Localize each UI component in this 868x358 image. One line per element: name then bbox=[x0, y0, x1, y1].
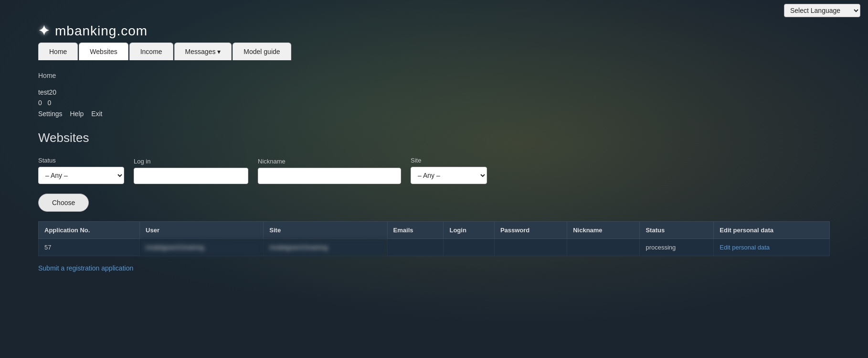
status-label: Status bbox=[38, 157, 124, 164]
filter-form: Status – Any – Active Inactive Processin… bbox=[38, 157, 830, 184]
exit-link[interactable]: Exit bbox=[91, 110, 102, 118]
nav-link-home[interactable]: Home bbox=[38, 43, 78, 60]
col-edit: Edit personal data bbox=[714, 222, 830, 239]
col-application-no: Application No. bbox=[39, 222, 140, 239]
site-label: Site bbox=[411, 157, 487, 164]
nav-item-messages[interactable]: Messages bbox=[174, 43, 233, 60]
nickname-filter-group: Nickname bbox=[258, 158, 401, 184]
edit-personal-data-link[interactable]: Edit personal data bbox=[720, 244, 770, 251]
col-user: User bbox=[140, 222, 264, 239]
cell-application-no: 57 bbox=[39, 239, 140, 256]
col-status: Status bbox=[640, 222, 714, 239]
login-input[interactable] bbox=[134, 168, 248, 184]
user-links: Settings Help Exit bbox=[38, 108, 830, 119]
col-nickname: Nickname bbox=[567, 222, 640, 239]
balance2: 0 bbox=[47, 99, 51, 107]
header: ✦ mbanking.com bbox=[0, 21, 868, 43]
main-content: Websites Status – Any – Active Inactive … bbox=[0, 123, 868, 280]
cell-site: modelgram21training bbox=[264, 239, 387, 256]
language-select[interactable]: Select Language English Spanish French bbox=[784, 4, 860, 17]
nickname-input[interactable] bbox=[258, 168, 401, 184]
logo-text: mbanking.com bbox=[55, 23, 148, 39]
user-info: test20 0 0 Settings Help Exit bbox=[0, 83, 868, 123]
settings-link[interactable]: Settings bbox=[38, 110, 63, 118]
main-nav: Home Websites Income Messages Model guid… bbox=[0, 43, 868, 60]
cell-emails bbox=[387, 239, 444, 256]
nav-link-messages[interactable]: Messages bbox=[174, 43, 232, 60]
cell-login bbox=[444, 239, 494, 256]
logo: ✦ mbanking.com bbox=[38, 23, 148, 39]
submit-link-container: Submit a registration application bbox=[38, 264, 830, 272]
nav-item-websites[interactable]: Websites bbox=[79, 43, 129, 60]
balances: 0 0 bbox=[38, 98, 830, 108]
nav-item-model-guide[interactable]: Model guide bbox=[233, 43, 292, 60]
col-emails: Emails bbox=[387, 222, 444, 239]
site-filter-group: Site – Any – bbox=[411, 157, 487, 184]
nav-link-income[interactable]: Income bbox=[129, 43, 173, 60]
site-select[interactable]: – Any – bbox=[411, 167, 487, 184]
login-label: Log in bbox=[134, 158, 248, 165]
nav-link-model-guide[interactable]: Model guide bbox=[233, 43, 291, 60]
col-login: Login bbox=[444, 222, 494, 239]
status-select[interactable]: – Any – Active Inactive Processing bbox=[38, 167, 124, 184]
help-link[interactable]: Help bbox=[70, 110, 84, 118]
nav-item-income[interactable]: Income bbox=[129, 43, 174, 60]
status-filter-group: Status – Any – Active Inactive Processin… bbox=[38, 157, 124, 184]
balance1: 0 bbox=[38, 99, 42, 107]
table-header-row: Application No. User Site Emails Login P… bbox=[39, 222, 830, 239]
login-filter-group: Log in bbox=[134, 158, 248, 184]
cell-status: processing bbox=[640, 239, 714, 256]
top-bar: Select Language English Spanish French bbox=[0, 0, 868, 21]
col-site: Site bbox=[264, 222, 387, 239]
logo-star-icon: ✦ bbox=[38, 23, 49, 39]
nickname-label: Nickname bbox=[258, 158, 401, 165]
nav-item-home[interactable]: Home bbox=[38, 43, 79, 60]
table-row: 57modelgram21trainingmodelgram21training… bbox=[39, 239, 830, 256]
choose-button[interactable]: Choose bbox=[38, 194, 89, 212]
cell-user: modelgram21training bbox=[140, 239, 264, 256]
col-password: Password bbox=[494, 222, 567, 239]
cell-edit[interactable]: Edit personal data bbox=[714, 239, 830, 256]
websites-table: Application No. User Site Emails Login P… bbox=[38, 221, 830, 256]
breadcrumb-home[interactable]: Home bbox=[38, 72, 56, 79]
page-title: Websites bbox=[38, 130, 830, 145]
choose-row: Choose bbox=[38, 194, 830, 212]
submit-registration-link[interactable]: Submit a registration application bbox=[38, 264, 133, 272]
cell-nickname bbox=[567, 239, 640, 256]
nav-link-websites[interactable]: Websites bbox=[79, 43, 128, 60]
breadcrumb: Home bbox=[0, 68, 868, 83]
username: test20 bbox=[38, 87, 830, 98]
cell-password bbox=[494, 239, 567, 256]
